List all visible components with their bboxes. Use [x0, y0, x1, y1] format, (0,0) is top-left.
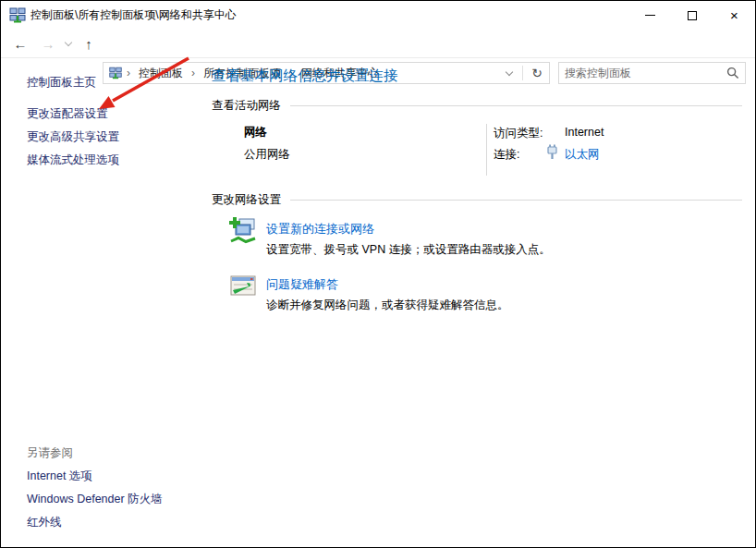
- divider: [290, 200, 742, 201]
- chevron-down-icon: [506, 67, 513, 75]
- sidebar-item-infrared[interactable]: 红外线: [27, 515, 62, 530]
- search-input[interactable]: [559, 64, 721, 82]
- troubleshoot-problems-desc: 诊断并修复网络问题，或者获得疑难解答信息。: [266, 298, 509, 313]
- address-dropdown-button[interactable]: [498, 63, 520, 83]
- section-label: 查看活动网络: [212, 98, 290, 114]
- section-label: 更改网络设置: [212, 192, 290, 208]
- sidebar-item-change-advanced-sharing[interactable]: 更改高级共享设置: [27, 129, 119, 145]
- network-app-icon: [9, 7, 26, 26]
- divider: [486, 124, 487, 176]
- back-icon: ←: [14, 36, 28, 52]
- search-button[interactable]: [721, 67, 745, 79]
- access-type-label: 访问类型:: [494, 126, 543, 141]
- network-type: 公用网络: [244, 147, 290, 163]
- setup-new-connection-desc: 设置宽带、拨号或 VPN 连接；或设置路由器或接入点。: [266, 242, 551, 258]
- refresh-icon: ↻: [531, 66, 543, 80]
- section-view-active-networks: 查看活动网络: [212, 98, 742, 114]
- breadcrumb-location-icon: [104, 67, 126, 79]
- close-button[interactable]: ×: [713, 1, 755, 30]
- search-icon: [726, 67, 739, 79]
- close-icon: ×: [730, 8, 738, 22]
- address-toolbar: ← → ↑ › 控制面板 › 所有控: [1, 30, 755, 58]
- sidebar-item-control-panel-home[interactable]: 控制面板主页: [27, 75, 96, 91]
- new-connection-icon: [228, 216, 258, 249]
- divider: [290, 105, 742, 106]
- window-title: 控制面板\所有控制面板项\网络和共享中心: [30, 1, 237, 30]
- troubleshoot-problems-link[interactable]: 问题疑难解答: [266, 276, 338, 293]
- minimize-icon: [645, 15, 655, 16]
- troubleshoot-icon: [228, 272, 258, 304]
- ethernet-link[interactable]: 以太网: [565, 147, 600, 163]
- setup-new-connection-link[interactable]: 设置新的连接或网络: [266, 221, 374, 237]
- title-bar[interactable]: 控制面板\所有控制面板项\网络和共享中心 ×: [1, 1, 755, 30]
- section-change-network-settings: 更改网络设置: [212, 192, 742, 208]
- refresh-button[interactable]: ↻: [525, 63, 549, 83]
- page-title: 查看基本网络信息并设置连接: [212, 67, 398, 86]
- divider: [522, 66, 523, 80]
- sidebar-item-windows-defender-firewall[interactable]: Windows Defender 防火墙: [27, 492, 163, 507]
- sidebar-item-change-adapter-settings[interactable]: 更改适配器设置: [27, 106, 108, 122]
- network-name: 网络: [244, 125, 267, 140]
- chevron-down-icon: [65, 39, 72, 46]
- minimize-button[interactable]: [629, 1, 671, 30]
- see-also-header: 另请参阅: [27, 445, 73, 461]
- back-button[interactable]: ←: [8, 30, 32, 58]
- ethernet-plug-icon: [546, 144, 558, 163]
- up-button[interactable]: ↑: [77, 30, 101, 58]
- up-icon: ↑: [85, 36, 92, 52]
- forward-icon: →: [42, 36, 55, 52]
- breadcrumb-segment-control-panel[interactable]: 控制面板: [131, 63, 190, 83]
- sidebar-item-media-streaming-options[interactable]: 媒体流式处理选项: [27, 152, 119, 168]
- access-type-value: Internet: [565, 126, 604, 139]
- connections-label: 连接:: [494, 147, 519, 163]
- maximize-button[interactable]: [671, 1, 713, 30]
- network-sharing-center-window: 控制面板\所有控制面板项\网络和共享中心 × ← → ↑: [0, 0, 756, 548]
- recent-locations-button[interactable]: [60, 30, 77, 58]
- sidebar-item-internet-options[interactable]: Internet 选项: [27, 469, 92, 484]
- search-box: [558, 62, 746, 84]
- maximize-icon: [688, 11, 697, 20]
- forward-button[interactable]: →: [36, 30, 60, 58]
